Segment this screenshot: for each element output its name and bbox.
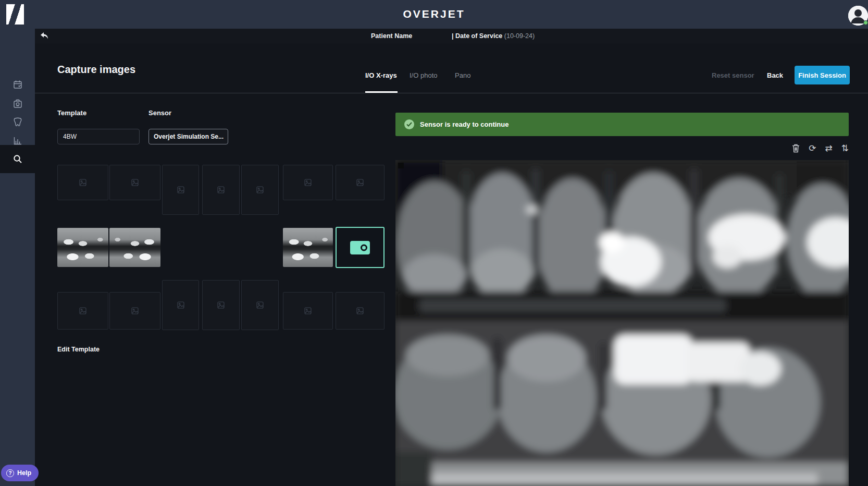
xray-corner-marker	[398, 163, 404, 168]
image-placeholder-icon	[217, 186, 225, 193]
patient-separator: |	[452, 32, 454, 40]
grid-slot-r1c4[interactable]	[202, 165, 240, 215]
date-of-service-value: (10-09-24)	[504, 32, 535, 40]
grid-slot-r1c2[interactable]	[109, 165, 160, 200]
patient-records-icon	[13, 99, 23, 109]
sidebar-item-records[interactable]	[0, 95, 35, 113]
page-title: Capture images	[57, 64, 135, 76]
back-arrow-icon[interactable]	[39, 31, 49, 41]
grid-slot-r1c7[interactable]	[336, 165, 385, 200]
swap-icon[interactable]: ⇄	[825, 144, 833, 153]
image-placeholder-icon	[256, 301, 264, 309]
app-window: OVERJET Patient Name | Date of Service (…	[0, 0, 868, 486]
tab-pano[interactable]: Pano	[455, 71, 470, 79]
edit-template-link[interactable]: Edit Template	[57, 346, 100, 353]
captured-xray-thumbnail-2[interactable]	[109, 228, 160, 267]
grid-slot-r1c5[interactable]	[241, 165, 279, 215]
template-input[interactable]	[57, 129, 140, 144]
sensor-status-message: Sensor is ready to continue	[420, 120, 509, 128]
image-placeholder-icon	[79, 307, 86, 314]
xray-toolbar: ⟳ ⇄ ⇅	[395, 141, 849, 155]
date-of-service: | Date of Service (10-09-24)	[452, 32, 535, 40]
calendar-icon	[13, 79, 23, 90]
image-placeholder-icon	[131, 307, 139, 314]
grid-slot-r1c3[interactable]	[162, 165, 199, 215]
grid-slot-r3c6[interactable]	[283, 292, 333, 330]
header-divider	[35, 93, 868, 93]
grid-slot-r3c3[interactable]	[162, 280, 199, 330]
xray-preview-image[interactable]	[395, 160, 849, 486]
search-icon	[13, 154, 23, 164]
sort-icon[interactable]: ⇅	[841, 144, 849, 153]
image-placeholder-icon	[177, 301, 184, 309]
image-placeholder-icon	[304, 307, 312, 314]
sensor-select[interactable]: Overjet Simulation Se...	[148, 129, 228, 144]
grid-slot-r1c6[interactable]	[283, 165, 333, 200]
grid-slot-r3c4[interactable]	[202, 280, 240, 330]
help-label: Help	[17, 469, 31, 477]
grid-slot-r3c5[interactable]	[241, 280, 279, 330]
sidebar-item-search-active[interactable]	[0, 145, 35, 173]
image-placeholder-icon	[79, 179, 86, 186]
user-avatar[interactable]	[848, 6, 868, 26]
online-status-dot	[863, 20, 868, 25]
image-placeholder-icon	[217, 301, 225, 309]
camera-icon	[350, 241, 370, 254]
help-button[interactable]: ? Help	[1, 465, 39, 481]
captured-xray-thumbnail-3[interactable]	[283, 228, 333, 267]
tab-io-photo[interactable]: I/O photo	[410, 71, 437, 79]
tab-io-xrays[interactable]: I/O X-rays	[365, 71, 397, 79]
active-capture-slot[interactable]	[336, 227, 385, 268]
chart-icon	[13, 136, 23, 146]
back-button[interactable]: Back	[767, 71, 783, 79]
date-of-service-label: Date of Service	[455, 32, 502, 40]
captured-xray-thumbnail-1[interactable]	[57, 228, 108, 267]
check-circle-icon	[404, 119, 414, 129]
image-placeholder-icon	[356, 179, 364, 186]
template-label: Template	[57, 109, 86, 117]
active-tab-underline	[365, 91, 398, 93]
tooth-icon	[13, 117, 23, 127]
top-bar: OVERJET	[0, 0, 868, 29]
sensor-status-banner: Sensor is ready to continue	[395, 113, 849, 136]
image-placeholder-icon	[131, 179, 139, 186]
patient-name: Patient Name	[371, 32, 412, 40]
image-placeholder-icon	[177, 186, 184, 193]
finish-session-button[interactable]: Finish Session	[795, 66, 850, 84]
delete-icon[interactable]	[792, 144, 800, 153]
refresh-icon[interactable]: ⟳	[809, 144, 816, 153]
grid-slot-r3c1[interactable]	[57, 292, 108, 330]
grid-slot-r3c2[interactable]	[109, 292, 160, 330]
sidebar-nav: ⚙	[0, 29, 35, 486]
sidebar-item-dental[interactable]	[0, 113, 35, 131]
question-mark-icon: ?	[6, 469, 14, 477]
grid-slot-r3c7[interactable]	[336, 292, 385, 330]
grid-slot-r1c1[interactable]	[57, 165, 108, 200]
sidebar-item-schedule[interactable]	[0, 76, 35, 93]
image-placeholder-icon	[356, 307, 364, 314]
sensor-label: Sensor	[148, 109, 171, 117]
image-placeholder-icon	[304, 179, 312, 186]
overjet-logo-icon[interactable]	[6, 4, 24, 25]
image-placeholder-icon	[256, 186, 264, 193]
brand-title: OVERJET	[403, 8, 465, 20]
reset-sensor-button[interactable]: Reset sensor	[712, 71, 754, 79]
patient-bar: Patient Name | Date of Service (10-09-24…	[35, 29, 868, 43]
